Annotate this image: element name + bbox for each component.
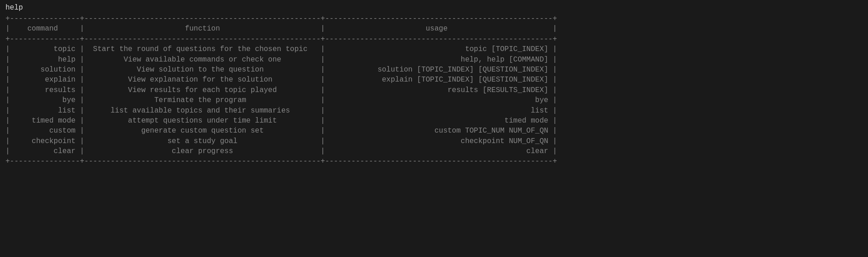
table-row: | results | View results for each topic … — [5, 85, 863, 95]
table-row: | help | View available commands or chec… — [5, 55, 863, 65]
terminal-window: help +----------------+-----------------… — [5, 4, 863, 167]
data-rows: | topic | Start the round of questions f… — [5, 44, 863, 156]
table-row: | clear | clear progress | clear | — [5, 146, 863, 156]
top-border: +----------------+----------------------… — [5, 14, 863, 24]
table-row: | list | list available topics and their… — [5, 106, 863, 116]
bottom-border: +----------------+----------------------… — [5, 156, 863, 166]
header-row: | command | function | usage | — [5, 24, 863, 34]
table-row: | custom | generate custom question set … — [5, 126, 863, 136]
table-wrapper: +----------------+----------------------… — [5, 14, 863, 167]
table-row: | topic | Start the round of questions f… — [5, 44, 863, 54]
table-row: | explain | View explanation for the sol… — [5, 75, 863, 85]
title-line: help — [5, 4, 863, 12]
header-sep: +----------------+----------------------… — [5, 34, 863, 44]
table-row: | solution | View solution to the questi… — [5, 65, 863, 75]
table-row: | bye | Terminate the program | bye | — [5, 95, 863, 105]
table-row: | checkpoint | set a study goal | checkp… — [5, 136, 863, 146]
table-row: | timed mode | attempt questions under t… — [5, 116, 863, 126]
